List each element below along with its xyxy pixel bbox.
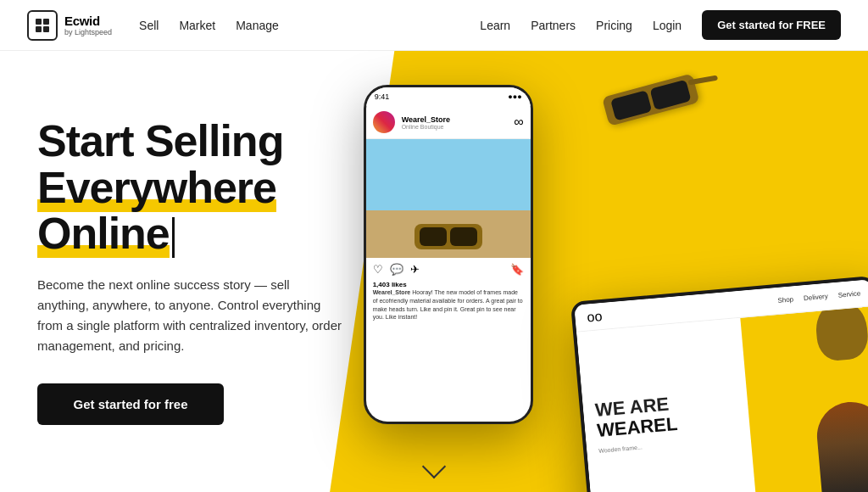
- scroll-indicator[interactable]: [426, 458, 442, 475]
- navbar: Ecwid by Lightspeed Sell Market Manage L…: [0, 0, 868, 51]
- hero-title-line1: Start Selling: [37, 116, 283, 165]
- svg-rect-3: [43, 26, 49, 32]
- hero-section: Start Selling Everywhere Online Become t…: [0, 51, 868, 492]
- tablet-nav-links: Shop Delivery Service: [777, 289, 861, 305]
- insta-lens-right: [450, 227, 477, 246]
- nav-login[interactable]: Login: [653, 19, 682, 32]
- sg-frame: [602, 74, 699, 126]
- nav-manage[interactable]: Manage: [236, 19, 279, 32]
- logo-by: by Lightspeed: [64, 28, 112, 36]
- nav-sell[interactable]: Sell: [139, 19, 159, 32]
- nav-links-left: Sell Market Manage: [139, 19, 279, 32]
- insta-logo-symbol: ∞: [514, 115, 523, 130]
- hero-title: Start Selling Everywhere Online: [37, 118, 365, 257]
- share-icon: ✈: [410, 263, 420, 276]
- nav-partners[interactable]: Partners: [531, 19, 576, 32]
- phone-icons: ●●●: [508, 92, 521, 101]
- tablet-logo: oo: [587, 309, 603, 325]
- sunglasses-prop: [602, 74, 702, 135]
- logo[interactable]: Ecwid by Lightspeed: [27, 10, 112, 41]
- svg-rect-2: [36, 26, 42, 32]
- logo-icon: [27, 10, 58, 41]
- hero-cta-button[interactable]: Get started for free: [37, 383, 224, 425]
- tablet-nav-service: Service: [837, 289, 860, 299]
- tablet-person-head: [814, 306, 868, 362]
- save-icon: 🔖: [510, 263, 524, 276]
- scroll-arrow-icon: [422, 455, 446, 478]
- nav-market[interactable]: Market: [179, 19, 215, 32]
- insta-sunglasses: [415, 224, 482, 249]
- sg-lens-right: [649, 79, 691, 110]
- tablet-mockup: oo Shop Delivery Service WE ARE WEAREL W…: [570, 276, 868, 492]
- nav-links-right: Learn Partners Pricing Login: [480, 19, 682, 32]
- tablet-person-body: [815, 400, 868, 492]
- insta-lens-left: [420, 227, 447, 246]
- nav-cta-button[interactable]: Get started for FREE: [702, 10, 841, 40]
- svg-rect-0: [36, 19, 42, 25]
- nav-pricing[interactable]: Pricing: [596, 19, 632, 32]
- tablet-nav-delivery: Delivery: [804, 293, 829, 302]
- nav-right: Learn Partners Pricing Login Get started…: [480, 10, 841, 40]
- hero-content: Start Selling Everywhere Online Become t…: [0, 51, 399, 492]
- logo-name: Ecwid: [64, 14, 112, 28]
- svg-rect-1: [43, 19, 49, 25]
- logo-text: Ecwid by Lightspeed: [64, 14, 112, 36]
- tablet-body: WE ARE WEAREL Wooden frame...: [576, 306, 868, 492]
- sg-lens-left: [610, 90, 652, 121]
- tablet-content-right: [740, 306, 868, 492]
- nav-left: Ecwid by Lightspeed Sell Market Manage: [27, 10, 279, 41]
- insta-location: Online Boutique: [402, 124, 450, 130]
- hero-title-line2: Everywhere Online: [37, 163, 276, 259]
- tablet-nav-shop: Shop: [777, 295, 793, 305]
- hero-description: Become the next online success story — s…: [37, 275, 342, 356]
- tablet-content-left: WE ARE WEAREL Wooden frame...: [576, 318, 757, 492]
- tablet-screen: oo Shop Delivery Service WE ARE WEAREL W…: [574, 279, 868, 492]
- insta-username: Wearel_Store: [402, 115, 450, 124]
- nav-learn[interactable]: Learn: [480, 19, 510, 32]
- insta-user-info: Wearel_Store Online Boutique: [402, 115, 450, 130]
